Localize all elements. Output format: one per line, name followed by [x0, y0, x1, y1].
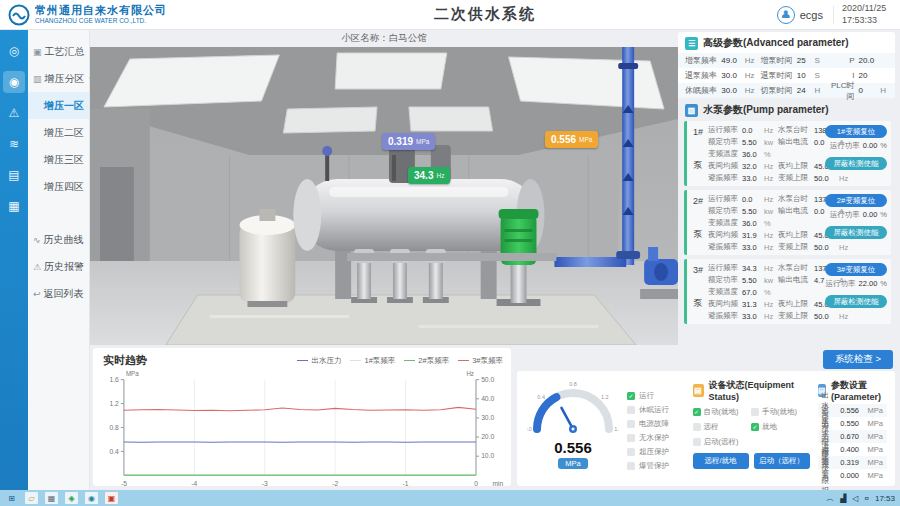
param-label: 水泵台时: [778, 263, 814, 273]
shield-detect-button[interactable]: 屏蔽检测使能: [825, 157, 887, 170]
status-label: 电源故障: [639, 419, 669, 429]
status-indicator: [627, 406, 635, 414]
param-value: 5.50: [742, 138, 764, 147]
equipment-item-自动(就地): ✓自动(就地): [693, 404, 751, 419]
start-button[interactable]: ⊞: [5, 492, 18, 504]
outlet-pressure-unit: MPa: [579, 136, 592, 143]
explorer-icon[interactable]: ▱: [25, 492, 38, 504]
tray-expand-icon[interactable]: ︿: [826, 493, 834, 504]
param-value: 50.0: [814, 174, 839, 183]
svg-text:20.0: 20.0: [481, 433, 494, 440]
sidebar-item-增压一区[interactable]: 增压一区: [28, 92, 89, 119]
location-icon[interactable]: ◎: [3, 40, 25, 62]
vfd-reset-button[interactable]: 1#变频复位: [825, 125, 887, 138]
param-value: 5.50: [742, 276, 764, 285]
sidebar-item-label: 工艺汇总: [45, 45, 85, 59]
param-unit: Hz: [764, 174, 778, 183]
parameter-value: 0.556: [829, 406, 859, 415]
param-label: 输出电流: [778, 137, 814, 147]
sidebar-item-历史报警[interactable]: ⚠历史报警: [28, 253, 89, 280]
param-value: 67.0: [742, 288, 764, 297]
param-label: 变频温度: [708, 149, 742, 159]
equipment-buttons: 远程/就地启动（远程）: [693, 453, 810, 469]
parameter-value: 0.550: [829, 419, 859, 428]
parameter-title: 参数设置(Parameter): [831, 379, 887, 402]
report-icon[interactable]: ▤: [3, 164, 25, 186]
sidebar-item-返回列表[interactable]: ↩返回列表: [28, 280, 89, 307]
param-value: 33.0: [742, 312, 764, 321]
param-label: 避振频率: [708, 173, 742, 183]
svg-text:Hz: Hz: [466, 370, 474, 377]
page-title: 二次供水系统: [276, 5, 694, 24]
vfd-reset-button[interactable]: 2#变频复位: [825, 194, 887, 207]
pump-param-row: 避振频率33.0Hz变频上限50.0Hz: [708, 241, 888, 253]
pressure-gauge: 0.00.40.81.21.6 0.556 MPa: [527, 379, 619, 482]
shield-detect-button[interactable]: 屏蔽检测使能: [825, 295, 887, 308]
status-item-无水保护: 无水保护: [627, 433, 685, 443]
equipment-button-远程/就地[interactable]: 远程/就地: [693, 453, 749, 469]
param-unit: Hz: [764, 300, 778, 309]
app-teal-icon[interactable]: ◉: [85, 492, 98, 504]
pump-id: 3#: [691, 265, 705, 275]
system-tray: ︿▟◁¤17:53: [826, 493, 895, 504]
status-indicator: [627, 420, 635, 428]
sidebar-item-增压二区[interactable]: 增压二区: [28, 119, 89, 146]
svg-text:0: 0: [474, 480, 478, 487]
alarm-icon[interactable]: ⚠: [3, 102, 25, 124]
ime-icon[interactable]: ¤: [865, 494, 869, 503]
param-unit: %: [880, 210, 887, 220]
sidebar-item-增压四区[interactable]: 增压四区: [28, 173, 89, 200]
status-panel-card: 0.00.40.81.21.6 0.556 MPa ✓运行休眠运行电源故障无水保…: [517, 371, 895, 486]
taskbar-clock[interactable]: 17:53: [875, 494, 895, 503]
volume-icon[interactable]: ◁: [852, 494, 858, 503]
svg-text:50.0: 50.0: [481, 376, 494, 383]
param-unit: %: [764, 219, 778, 228]
sidebar-item-增压分区[interactable]: ▥增压分区∨: [28, 65, 89, 92]
system-check-button[interactable]: 系统检查 >: [823, 350, 893, 369]
network-icon[interactable]: ▟: [840, 494, 846, 503]
sidebar-item-历史曲线[interactable]: ∿历史曲线: [28, 226, 89, 253]
app-gray-icon[interactable]: ▦: [45, 492, 58, 504]
status-label: 超压保护: [639, 447, 669, 457]
equipment-item-手动(就地): 手动(就地): [751, 404, 809, 419]
param-value: 31.9: [742, 231, 764, 240]
run-power: 运行功率0.00%: [830, 210, 887, 220]
sidebar-item-label: 增压二区: [44, 126, 84, 140]
svg-text:-4: -4: [191, 480, 197, 487]
sidebar-item-增压三区[interactable]: 增压三区: [28, 146, 89, 173]
param-value: 49.0: [721, 56, 745, 65]
shield-detect-button[interactable]: 屏蔽检测使能: [825, 226, 887, 239]
param-label: 避振频率: [708, 242, 742, 252]
user-menu[interactable]: 👤︎ ecgs: [777, 6, 834, 24]
param-label: 夜间均频: [708, 161, 742, 171]
param-label: 避振频率: [708, 311, 742, 321]
status-indicator: [627, 448, 635, 456]
device-icon[interactable]: ▦: [3, 195, 25, 217]
parameter-value: 0.400: [829, 445, 859, 454]
param-unit: Hz: [764, 126, 778, 135]
inlet-pressure-badge: 0.319 MPa: [382, 133, 435, 150]
app-green-icon[interactable]: ◈: [65, 492, 78, 504]
pump-room-render: [90, 47, 678, 345]
param-label: 变频上限: [778, 311, 814, 321]
booster-pump-icon[interactable]: ◉: [3, 71, 25, 93]
param-label: 运行功率: [830, 210, 860, 220]
param-value: 25: [797, 56, 815, 65]
param-label: PLC时间: [826, 80, 858, 102]
app-red-icon[interactable]: ▣: [105, 492, 118, 504]
param-unit: Hz: [839, 174, 849, 183]
param-value: 36.0: [742, 219, 764, 228]
param-value: 31.3: [742, 300, 764, 309]
param-unit: kw: [764, 276, 778, 285]
zones-icon: ▥: [33, 74, 42, 84]
param-value: 33.0: [742, 174, 764, 183]
param-label: 运行频率: [708, 194, 742, 204]
equipment-button-启动（远程）[interactable]: 启动（远程）: [754, 453, 810, 469]
equipment-indicator: ✓: [751, 423, 759, 431]
param-label: 夜均上限: [778, 161, 814, 171]
time: 17:53:33: [842, 15, 894, 27]
param-label: 运行功率: [826, 279, 856, 289]
sidebar-item-工艺汇总[interactable]: ▣工艺汇总: [28, 38, 89, 65]
water-waves-icon[interactable]: ≋: [3, 133, 25, 155]
vfd-reset-button[interactable]: 3#变频复位: [825, 263, 887, 276]
